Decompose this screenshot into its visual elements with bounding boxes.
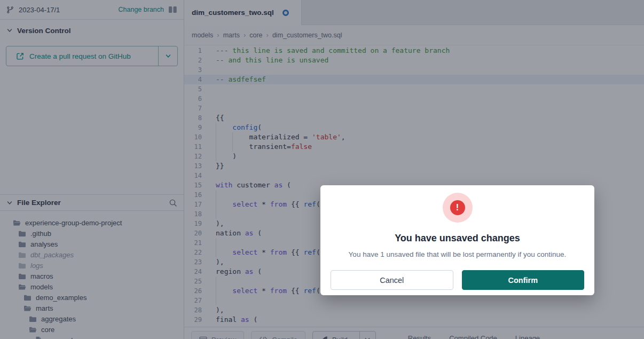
cancel-button[interactable]: Cancel xyxy=(331,270,453,290)
unsaved-changes-modal: ! You have unsaved changes You have 1 un… xyxy=(320,185,594,295)
exclamation-icon: ! xyxy=(450,200,465,215)
alert-icon: ! xyxy=(443,193,473,223)
modal-body-text: You have 1 unsaved file that will be los… xyxy=(349,250,567,258)
modal-title: You have unsaved changes xyxy=(395,233,520,244)
modal-actions: Cancel Confirm xyxy=(320,270,594,290)
confirm-button[interactable]: Confirm xyxy=(462,270,585,290)
